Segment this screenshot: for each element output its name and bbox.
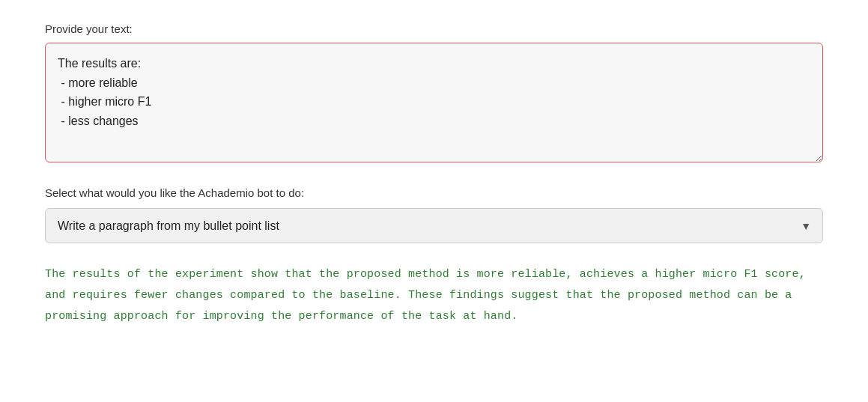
select-wrapper: Write a paragraph from my bullet point l… xyxy=(45,208,823,243)
provide-text-label: Provide your text: xyxy=(45,22,823,35)
result-text: The results of the experiment show that … xyxy=(45,264,823,326)
select-label: Select what would you like the Achademio… xyxy=(45,186,823,199)
text-input[interactable] xyxy=(45,43,823,162)
action-select[interactable]: Write a paragraph from my bullet point l… xyxy=(45,208,823,243)
